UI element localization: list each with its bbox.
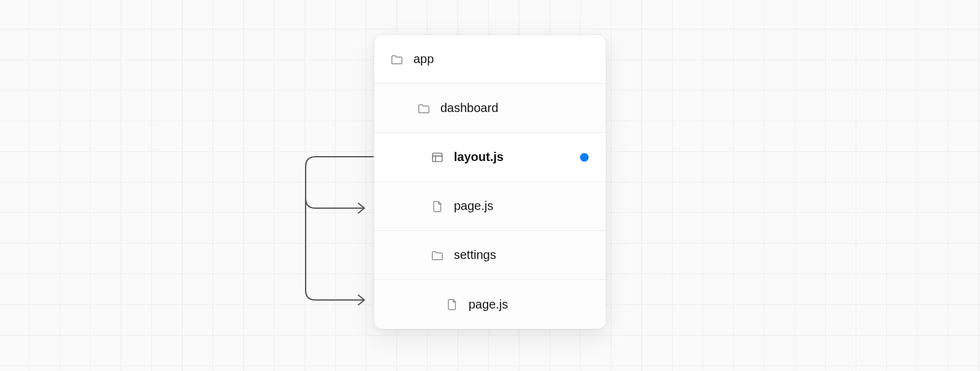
active-indicator-dot [580, 153, 589, 162]
tree-label: page.js [454, 199, 591, 213]
file-tree-panel: app dashboard layout.js page.js settings… [374, 34, 606, 329]
tree-row-page-2[interactable]: page.js [374, 280, 606, 329]
tree-row-dashboard[interactable]: dashboard [374, 84, 606, 133]
tree-row-settings[interactable]: settings [374, 231, 606, 280]
svg-rect-0 [432, 153, 442, 162]
tree-label: page.js [469, 298, 591, 312]
tree-row-page-1[interactable]: page.js [374, 182, 606, 231]
tree-label: layout.js [454, 150, 570, 164]
folder-icon [431, 249, 444, 262]
file-icon [431, 200, 444, 213]
tree-row-layout[interactable]: layout.js [374, 133, 606, 182]
file-icon [445, 298, 459, 311]
tree-label: settings [454, 248, 591, 262]
folder-icon [417, 102, 431, 115]
layout-icon [431, 151, 444, 164]
tree-label: dashboard [440, 101, 591, 115]
tree-label: app [413, 52, 591, 66]
folder-icon [390, 53, 404, 66]
tree-row-app[interactable]: app [374, 35, 606, 84]
